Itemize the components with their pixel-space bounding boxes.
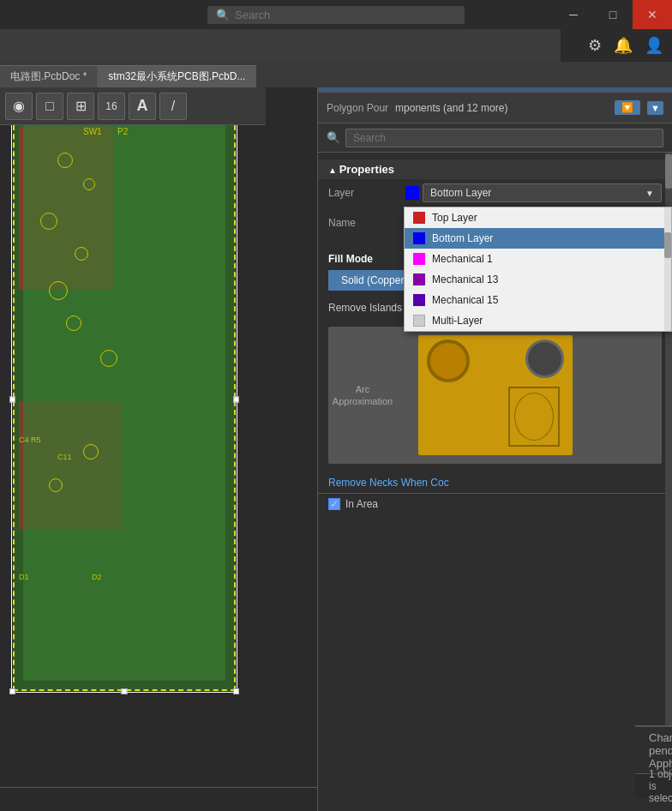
tool-line[interactable]: / — [159, 93, 187, 120]
close-button[interactable]: ✕ — [633, 0, 672, 29]
tab-pcb2[interactable]: stm32最小系统PCB图.PcbD... — [98, 65, 256, 87]
tool-rect[interactable]: □ — [36, 93, 63, 120]
tab-bar: 电路图.PcbDoc * stm32最小系统PCB图.PcbD... — [0, 62, 672, 87]
label-c11: C11 — [57, 453, 72, 461]
panel-scrollbar-thumb — [665, 154, 672, 189]
label-sw1: SW1 — [83, 127, 102, 136]
comp-marker-7 — [100, 350, 117, 367]
window-controls: ─ □ ✕ — [554, 0, 672, 29]
status-row: 1 object is selected — [635, 774, 672, 798]
preview-comp-1 — [427, 339, 470, 382]
filter-icon-btn[interactable]: 🔽 — [615, 100, 640, 115]
filter-label: Polygon Pour — [327, 102, 388, 114]
mech15-swatch — [413, 294, 425, 306]
maximize-button[interactable]: □ — [593, 0, 633, 29]
comp-marker-6 — [66, 315, 81, 331]
toplayer-label: Top Layer — [432, 212, 477, 224]
arc-approx-label: Arc Approximation — [328, 383, 397, 408]
pcb-content: Y2 SW1 P2 C4 R5 C11 D1 D2 — [0, 99, 317, 811]
tool-text[interactable]: A — [129, 93, 156, 120]
dropdown-item-mech1[interactable]: Mechanical 1 — [405, 249, 671, 269]
comp-marker-1 — [57, 153, 73, 168]
search-row: 🔍 — [318, 123, 672, 153]
preview-circle — [514, 393, 554, 441]
dropdown-item-toplayer[interactable]: Top Layer — [405, 207, 671, 228]
dropdown-item-bottomlayer[interactable]: Bottom Layer — [405, 228, 671, 249]
bottomlayer-label: Bottom Layer — [432, 232, 493, 244]
in-area-row[interactable]: ✓ In Area — [318, 493, 672, 514]
preview-comp-2 — [525, 339, 564, 378]
preview-comp-3 — [508, 387, 560, 447]
filter-extra-text: mponents (and 12 more) — [395, 102, 608, 114]
search-icon-panel: 🔍 — [327, 131, 340, 144]
layer-dropdown-container: Bottom Layer ▼ — [405, 183, 662, 202]
title-search-input[interactable] — [235, 9, 456, 21]
search-icon: 🔍 — [216, 9, 230, 21]
status-text: 1 object is selected — [649, 768, 672, 804]
layer-dropdown-menu: Top Layer Bottom Layer Mechanical 1 Mech… — [404, 207, 672, 332]
multilayer-label: Multi-Layer — [432, 315, 483, 327]
properties-section: Properties Layer Bottom Layer ▼ Top Laye… — [318, 153, 672, 246]
layer-dropdown-button[interactable]: Bottom Layer ▼ — [423, 183, 662, 202]
mech15-label: Mechanical 15 — [432, 294, 498, 306]
toolbar: ◉ □ ⊞ 16 A / — [0, 87, 266, 125]
user-icon[interactable]: 👤 — [645, 36, 663, 55]
dropdown-item-mech13[interactable]: Mechanical 13 — [405, 269, 671, 290]
title-bar: 🔍 ─ □ ✕ — [0, 0, 672, 29]
layer-dropdown-arrow: ▼ — [645, 189, 654, 198]
layer-label: Layer — [328, 187, 405, 199]
mech1-label: Mechanical 1 — [432, 253, 493, 265]
pcb-green-fill — [23, 118, 225, 681]
properties-search-input[interactable] — [345, 129, 663, 147]
pcb-canvas[interactable]: Y2 SW1 P2 C4 R5 C11 D1 D2 — [0, 62, 317, 811]
pcb-board: Y2 SW1 P2 C4 R5 C11 D1 D2 — [13, 108, 236, 691]
toplayer-swatch — [413, 212, 425, 224]
dropdown-item-multilayer[interactable]: Multi-Layer — [405, 310, 671, 331]
changes-text: Changes pending. Apply? — [649, 731, 672, 770]
bell-icon[interactable]: 🔔 — [614, 36, 633, 55]
dropdown-scrollbar-thumb — [664, 232, 671, 258]
gear-icon[interactable]: ⚙ — [588, 36, 602, 55]
remove-necks-row: Remove Necks When Coc — [318, 472, 672, 493]
label-c4: C4 R5 — [19, 436, 41, 444]
layer-value-container: Bottom Layer ▼ — [405, 183, 662, 202]
tool-grid[interactable]: ⊞ — [67, 93, 94, 120]
preview-area: Arc Approximation — [328, 327, 662, 464]
in-area-checkbox[interactable]: ✓ — [328, 498, 340, 510]
tool-select[interactable]: ◉ — [5, 93, 33, 120]
global-status-bar — [0, 787, 317, 811]
title-search-box[interactable]: 🔍 — [207, 6, 465, 24]
dropdown-scrollbar[interactable] — [664, 207, 671, 331]
properties-section-header[interactable]: Properties — [318, 159, 672, 179]
comp-marker-2 — [83, 178, 95, 190]
comp-marker-5 — [49, 281, 68, 300]
multilayer-swatch — [413, 315, 425, 327]
layer-color-swatch — [405, 186, 419, 200]
tool-number[interactable]: 16 — [98, 93, 125, 120]
top-icons-bar: ⚙ 🔔 👤 — [561, 29, 672, 62]
name-label: Name — [328, 217, 405, 229]
label-d2: D2 — [92, 573, 102, 581]
remove-necks-text: Remove Necks When Coc — [328, 477, 449, 489]
minimize-button[interactable]: ─ — [554, 0, 593, 29]
in-area-label: In Area — [345, 498, 378, 510]
bottom-action-bar: Changes pending. Apply? Apply Cancel 1 o… — [635, 725, 672, 811]
properties-panel: Properties ▼▲ ✕ Polygon Pour mponents (a… — [317, 62, 672, 811]
comp-marker-9 — [49, 478, 63, 492]
filter-dropdown-btn[interactable]: ▼ — [647, 101, 663, 115]
label-p2: P2 — [117, 127, 128, 136]
layer-row: Layer Bottom Layer ▼ Top Layer — [318, 179, 672, 207]
dropdown-item-mech15[interactable]: Mechanical 15 — [405, 290, 671, 310]
bottomlayer-swatch — [413, 232, 425, 244]
label-d1: D1 — [19, 573, 29, 581]
tab-pcb1[interactable]: 电路图.PcbDoc * — [0, 65, 98, 87]
mech1-swatch — [413, 253, 425, 265]
changes-row: Changes pending. Apply? Apply Cancel — [635, 727, 672, 774]
comp-marker-8 — [83, 444, 99, 460]
comp-marker-4 — [75, 247, 88, 261]
comp-marker-3 — [40, 213, 57, 230]
layer-value-text: Bottom Layer — [430, 187, 491, 199]
mech13-label: Mechanical 13 — [432, 273, 498, 285]
mech13-swatch — [413, 273, 425, 285]
preview-pcb — [418, 335, 573, 455]
